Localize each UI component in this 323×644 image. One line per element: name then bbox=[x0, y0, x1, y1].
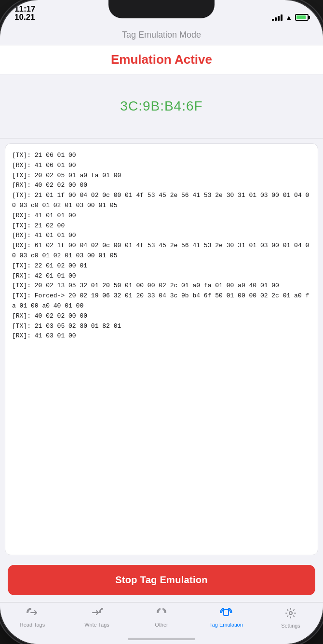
stop-button-area: Stop Tag Emulation bbox=[0, 560, 323, 602]
tab-settings[interactable]: Settings bbox=[274, 607, 308, 629]
settings-icon bbox=[285, 607, 296, 621]
nav-bar: Tag Emulation Mode bbox=[0, 24, 323, 45]
svg-rect-2 bbox=[224, 610, 229, 616]
write-tags-label: Write Tags bbox=[84, 622, 109, 628]
phone-device: 11:17 10.21 ▲ Tag Emulation Mode bbox=[0, 0, 323, 644]
tag-emulation-icon bbox=[219, 607, 233, 620]
svg-point-3 bbox=[289, 612, 292, 615]
emulation-active-text: Emulation Active bbox=[10, 52, 313, 67]
log-area[interactable]: [TX]: 21 06 01 00 [RX]: 41 06 01 00 [TX]… bbox=[5, 143, 318, 555]
status-date: 10.21 bbox=[14, 13, 35, 21]
other-label: Other bbox=[155, 622, 168, 628]
app-content: Tag Emulation Mode Emulation Active 3C:9… bbox=[0, 24, 323, 644]
nav-title: Tag Emulation Mode bbox=[10, 30, 313, 40]
tab-tag-emulation[interactable]: Tag Emulation bbox=[209, 607, 243, 628]
status-time: 11:17 bbox=[14, 5, 35, 13]
wifi-icon: ▲ bbox=[285, 14, 292, 21]
mac-address: 3C:9B:B4:6F bbox=[120, 98, 202, 114]
battery-icon bbox=[295, 14, 309, 21]
emulation-status-bar: Emulation Active bbox=[0, 45, 323, 74]
mac-area: 3C:9B:B4:6F bbox=[0, 74, 323, 139]
home-indicator bbox=[128, 638, 195, 640]
phone-screen: 11:17 10.21 ▲ Tag Emulation Mode bbox=[0, 0, 323, 644]
other-icon bbox=[155, 607, 168, 620]
tab-read-tags[interactable]: Read Tags bbox=[15, 607, 49, 628]
log-content: [TX]: 21 06 01 00 [RX]: 41 06 01 00 [TX]… bbox=[12, 151, 311, 341]
signal-icon bbox=[272, 14, 283, 21]
notch bbox=[108, 0, 215, 18]
tag-emulation-label: Tag Emulation bbox=[209, 622, 243, 628]
tab-write-tags[interactable]: Write Tags bbox=[80, 607, 114, 628]
read-tags-label: Read Tags bbox=[20, 622, 45, 628]
tab-other[interactable]: Other bbox=[145, 607, 178, 628]
status-icons: ▲ bbox=[272, 14, 309, 21]
read-tags-icon bbox=[26, 607, 39, 620]
settings-label: Settings bbox=[281, 623, 300, 629]
stop-emulation-button[interactable]: Stop Tag Emulation bbox=[8, 565, 315, 595]
write-tags-icon bbox=[91, 607, 103, 620]
